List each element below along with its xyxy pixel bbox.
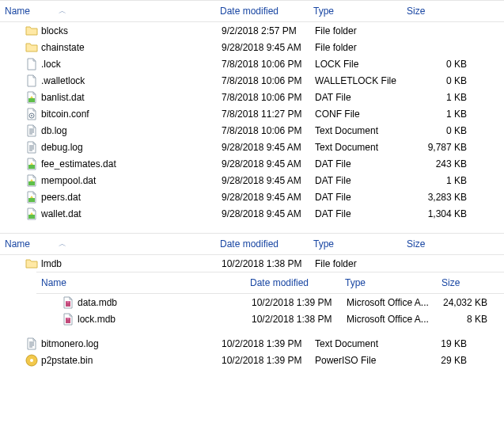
file-size: 3,283 KB — [404, 192, 481, 203]
file-row[interactable]: blocks9/2/2018 2:57 PMFile folder — [0, 22, 504, 39]
file-date: 10/2/2018 1:39 PM — [247, 297, 342, 308]
file-name: chainstate — [41, 42, 85, 53]
column-header-name-label: Name — [5, 6, 30, 17]
file-type: Text Document — [310, 142, 404, 153]
column-header-name[interactable]: Name — [36, 272, 245, 293]
file-size: 1 KB — [404, 175, 481, 186]
file-row[interactable]: peers.dat9/28/2018 9:45 AMDAT File3,283 … — [0, 189, 504, 205]
file-size: 0 KB — [404, 75, 481, 86]
file-size: 29 KB — [404, 355, 481, 366]
file-icon — [25, 74, 38, 87]
column-header-size[interactable]: Size — [437, 272, 500, 293]
file-row[interactable]: data.mdb10/2/2018 1:39 PMMicrosoft Offic… — [36, 294, 504, 311]
column-header-date[interactable]: Date modified — [215, 234, 309, 254]
column-header-size-label: Size — [407, 238, 425, 250]
file-row[interactable]: db.log7/8/2018 10:06 PMText Document0 KB — [0, 122, 504, 139]
file-date: 9/28/2018 9:45 AM — [217, 42, 310, 53]
file-date: 7/8/2018 10:06 PM — [217, 75, 310, 86]
file-row[interactable]: mempool.dat9/28/2018 9:45 AMDAT File1 KB — [0, 172, 504, 189]
file-date: 9/28/2018 9:45 AM — [217, 192, 310, 203]
file-date: 9/28/2018 9:45 AM — [217, 175, 310, 186]
file-name: db.log — [41, 125, 67, 136]
file-type: LOCK File — [310, 59, 404, 70]
column-header-date-label: Date modified — [250, 277, 309, 288]
column-header-row: Name ︿ Date modified Type Size — [0, 0, 504, 22]
dat-icon — [25, 208, 38, 220]
file-type: CONF File — [310, 109, 404, 120]
conf-icon — [25, 108, 38, 120]
file-row[interactable]: banlist.dat7/8/2018 10:06 PMDAT File1 KB — [0, 89, 504, 105]
file-name: lock.mdb — [78, 314, 116, 325]
file-row[interactable]: bitmonero.log10/2/2018 1:39 PMText Docum… — [0, 335, 504, 352]
file-name: fee_estimates.dat — [41, 158, 116, 170]
file-date: 7/8/2018 10:06 PM — [217, 92, 310, 103]
file-date: 10/2/2018 1:38 PM — [217, 258, 310, 269]
column-header-date[interactable]: Date modified — [215, 1, 309, 21]
column-header-type[interactable]: Type — [340, 272, 437, 293]
svg-rect-0 — [28, 98, 35, 102]
column-header-size[interactable]: Size — [402, 234, 479, 254]
column-header-date-label: Date modified — [220, 6, 279, 17]
file-name: data.mdb — [78, 297, 117, 308]
file-date: 9/28/2018 9:45 AM — [217, 208, 310, 219]
file-name: banlist.dat — [41, 92, 85, 103]
column-header-size-label: Size — [441, 277, 460, 288]
column-header-name[interactable]: Name ︿ — [0, 1, 215, 21]
file-row[interactable]: lock.mdb10/2/2018 1:38 PMMicrosoft Offic… — [36, 311, 504, 327]
file-type: File folder — [310, 42, 404, 53]
column-header-name-label: Name — [41, 277, 66, 288]
file-name: mempool.dat — [41, 175, 96, 186]
file-icon — [25, 58, 38, 70]
svg-point-2 — [31, 115, 32, 116]
sort-caret-icon: ︿ — [59, 238, 66, 250]
file-date: 10/2/2018 1:39 PM — [217, 355, 310, 366]
column-header-type[interactable]: Type — [309, 234, 402, 254]
file-size: 24,032 KB — [438, 297, 502, 308]
column-header-name[interactable]: Name ︿ — [0, 234, 215, 254]
file-date: 10/2/2018 1:39 PM — [217, 338, 310, 349]
file-name: blocks — [41, 25, 68, 36]
file-type: Microsoft Office A... — [342, 297, 438, 308]
column-header-type[interactable]: Type — [309, 1, 402, 21]
column-header-type-label: Type — [313, 238, 334, 250]
file-name: .lock — [41, 59, 61, 70]
file-row[interactable]: fee_estimates.dat9/28/2018 9:45 AMDAT Fi… — [0, 155, 504, 172]
column-header-row: Name ︿ Date modified Type Size — [0, 233, 504, 255]
file-name: lmdb — [41, 258, 62, 269]
column-header-date-label: Date modified — [220, 238, 279, 250]
file-row[interactable]: p2pstate.bin10/2/2018 1:39 PMPowerISO Fi… — [0, 352, 504, 368]
file-size: 0 KB — [404, 59, 481, 70]
dat-icon — [25, 174, 38, 187]
file-type: Text Document — [310, 338, 404, 349]
file-date: 10/2/2018 1:38 PM — [247, 314, 342, 325]
file-size: 243 KB — [404, 158, 481, 170]
file-name: debug.log — [41, 142, 83, 153]
column-header-date[interactable]: Date modified — [245, 272, 340, 293]
file-row[interactable]: bitcoin.conf7/8/2018 11:27 PMCONF File1 … — [0, 105, 504, 122]
file-row[interactable]: debug.log9/28/2018 9:45 AMText Document9… — [0, 139, 504, 155]
column-header-size[interactable]: Size — [402, 1, 479, 21]
file-type: File folder — [310, 25, 404, 36]
file-row[interactable]: chainstate9/28/2018 9:45 AMFile folder — [0, 39, 504, 55]
mdb-icon — [62, 296, 74, 309]
file-row[interactable]: wallet.dat9/28/2018 9:45 AMDAT File1,304… — [0, 205, 504, 222]
file-name: bitmonero.log — [41, 338, 99, 349]
file-size: 1 KB — [404, 109, 481, 120]
file-type: DAT File — [310, 175, 404, 186]
file-type: DAT File — [310, 92, 404, 103]
file-type: DAT File — [310, 208, 404, 219]
nested-column-header-row: Name Date modified Type Size — [36, 272, 504, 294]
svg-rect-11 — [28, 165, 35, 169]
dat-icon — [25, 158, 38, 170]
file-name: bitcoin.conf — [41, 109, 89, 120]
file-size: 1,304 KB — [404, 208, 481, 219]
poweriso-icon — [25, 354, 38, 367]
file-row[interactable]: .lock7/8/2018 10:06 PMLOCK File0 KB — [0, 55, 504, 72]
file-row[interactable]: .walletlock7/8/2018 10:06 PMWALLETLOCK F… — [0, 72, 504, 89]
file-size: 1 KB — [404, 92, 481, 103]
text-icon — [25, 337, 38, 350]
folder-icon — [25, 257, 38, 270]
folder-icon — [25, 41, 38, 54]
mdb-icon — [62, 313, 74, 326]
file-row[interactable]: lmdb10/2/2018 1:38 PMFile folder — [0, 255, 504, 272]
